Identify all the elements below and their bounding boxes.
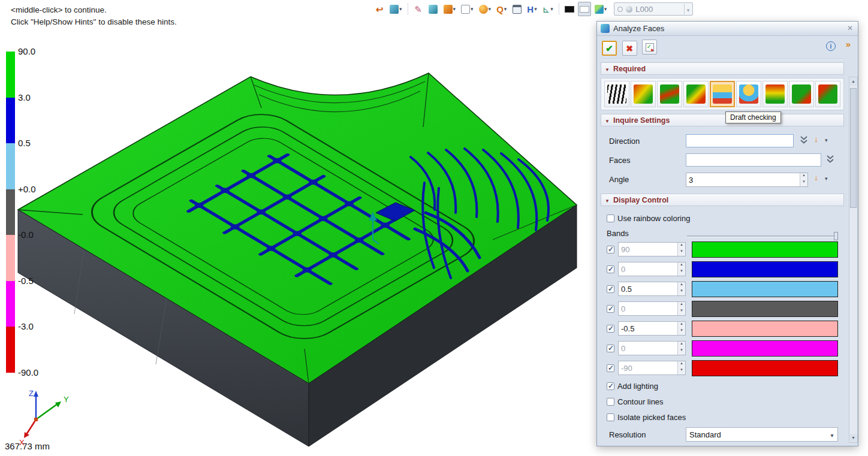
height-measure-icon[interactable]: H: [525, 2, 538, 16]
legend-segment: [6, 281, 15, 327]
faces-input[interactable]: [686, 153, 821, 167]
layer-combo[interactable]: L000: [614, 2, 693, 16]
direction-input[interactable]: [686, 134, 794, 147]
band-color-swatch[interactable]: [692, 360, 838, 376]
chevron-down-icon[interactable]: [825, 135, 828, 144]
band-spinner[interactable]: [677, 322, 685, 335]
apply-button[interactable]: [642, 40, 657, 55]
band-value-input[interactable]: [619, 243, 677, 256]
3d-viewport[interactable]: [12, 60, 581, 452]
wireframe-view-icon[interactable]: [459, 2, 475, 16]
isolate-picked-faces-checkbox[interactable]: [607, 413, 614, 421]
dialog-titlebar[interactable]: Analyze Faces: [597, 22, 858, 36]
double-down-chevron-icon[interactable]: [826, 155, 834, 164]
angle-input[interactable]: [686, 173, 800, 186]
band-color-swatch[interactable]: [692, 340, 838, 357]
bands-slider[interactable]: [687, 232, 838, 240]
slider-handle[interactable]: [834, 232, 838, 240]
band-value-field[interactable]: [618, 282, 686, 296]
add-lighting-checkbox[interactable]: [607, 382, 614, 390]
band-value-field[interactable]: [618, 301, 686, 316]
cancel-button[interactable]: [622, 41, 637, 56]
band-color-swatch[interactable]: [692, 281, 838, 297]
angle-spinner[interactable]: [800, 173, 807, 186]
band-color-swatch[interactable]: [692, 321, 838, 337]
resolution-dropdown[interactable]: Standard: [686, 427, 838, 442]
close-icon[interactable]: [845, 23, 855, 34]
triad-z-label: Z: [29, 389, 34, 398]
band-color-swatch[interactable]: [692, 241, 838, 258]
band-spinner[interactable]: [677, 282, 685, 295]
band-spinner[interactable]: [677, 302, 685, 315]
rainbow-coloring-checkbox[interactable]: [607, 215, 614, 222]
draft-checking-icon[interactable]: [710, 81, 735, 107]
window-icon[interactable]: [510, 2, 523, 16]
angle-options-icon[interactable]: ↓: [814, 173, 818, 182]
double-down-chevron-icon[interactable]: [800, 135, 808, 145]
scroll-up-icon[interactable]: [849, 77, 857, 86]
band-checkbox[interactable]: [607, 305, 614, 313]
angle-field[interactable]: [686, 173, 808, 187]
zoom-icon[interactable]: Q: [495, 2, 508, 16]
info-icon[interactable]: [826, 41, 836, 51]
section-header-required[interactable]: Required: [601, 62, 844, 75]
render-style-icon[interactable]: [477, 2, 493, 16]
thickness-analysis-icon[interactable]: [736, 81, 761, 107]
band-checkbox[interactable]: [607, 345, 614, 352]
legend-segment: [6, 52, 15, 98]
black-background-swatch[interactable]: [563, 2, 576, 16]
contour-lines-checkbox[interactable]: [607, 398, 614, 406]
section-header-display-control[interactable]: Display Control: [601, 194, 844, 206]
band-checkbox[interactable]: [607, 325, 614, 333]
band-value-field[interactable]: [618, 262, 686, 276]
dialog-scrollbar[interactable]: [849, 77, 858, 443]
slope-analysis-icon[interactable]: [683, 81, 709, 107]
gradient-analysis-icon[interactable]: [762, 81, 788, 107]
toolbar-separator: [408, 3, 408, 15]
contour-lines-label: Contour lines: [617, 397, 664, 406]
band-value-field[interactable]: [618, 361, 686, 375]
x-icon: [626, 44, 633, 53]
band-value-input[interactable]: [619, 262, 677, 276]
band-checkbox[interactable]: [607, 285, 614, 293]
band-checkbox[interactable]: [607, 246, 614, 253]
band-checkbox[interactable]: [607, 265, 614, 273]
white-background-swatch[interactable]: [578, 2, 591, 16]
return-icon[interactable]: ↩: [373, 2, 386, 16]
erase-icon[interactable]: ✎: [412, 2, 425, 16]
band-color-swatch[interactable]: [692, 301, 838, 317]
chevron-down-icon[interactable]: [684, 4, 690, 14]
band-value-input[interactable]: [619, 361, 677, 375]
curvature-analysis-icon[interactable]: [631, 81, 656, 107]
flatness-analysis-icon[interactable]: [789, 81, 814, 107]
layer-settings-icon[interactable]: [593, 2, 609, 16]
band-spinner[interactable]: [677, 262, 685, 276]
band-checkbox[interactable]: [607, 364, 614, 372]
shaded-view-icon[interactable]: [427, 2, 440, 16]
block-top-face[interactable]: [18, 73, 577, 383]
measure-icon[interactable]: ⊾: [541, 2, 555, 16]
band-spinner[interactable]: [677, 243, 685, 256]
direction-vector-icon[interactable]: ↓: [814, 134, 818, 144]
ok-button[interactable]: [602, 41, 617, 56]
band-value-input[interactable]: [619, 322, 677, 335]
band-value-input[interactable]: [619, 282, 677, 295]
band-color-swatch[interactable]: [692, 261, 838, 277]
dialog-options-icon[interactable]: [846, 39, 851, 49]
band-value-input[interactable]: [619, 302, 677, 315]
band-spinner[interactable]: [677, 361, 685, 375]
scroll-down-icon[interactable]: [849, 434, 857, 442]
band-value-field[interactable]: [618, 321, 686, 336]
chevron-down-icon[interactable]: [825, 173, 828, 182]
section-view-icon[interactable]: [442, 2, 458, 16]
zebra-analysis-icon[interactable]: [604, 81, 629, 107]
radius-analysis-icon[interactable]: [657, 81, 682, 107]
section-header-inquire-settings[interactable]: Inquire Settings: [601, 114, 844, 126]
display-style-icon[interactable]: [388, 2, 404, 16]
band-value-field[interactable]: [618, 242, 686, 256]
band-spinner[interactable]: [677, 342, 685, 355]
band-value-input[interactable]: [619, 342, 677, 355]
scrollbar-thumb[interactable]: [850, 88, 857, 208]
undercut-analysis-icon[interactable]: [815, 81, 840, 107]
band-value-field[interactable]: [618, 341, 686, 355]
